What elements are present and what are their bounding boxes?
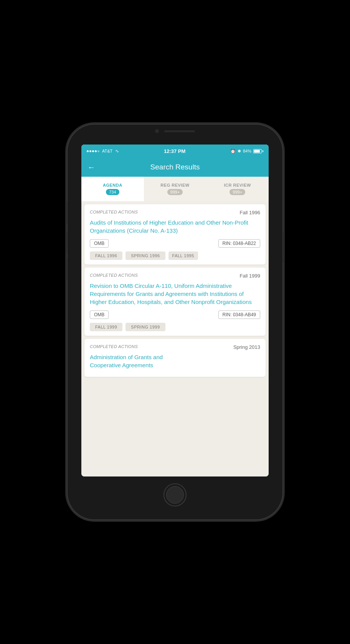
card-1-header: COMPLETED ACTIONS Fall 1996 (90, 210, 260, 215)
result-card-1[interactable]: COMPLETED ACTIONS Fall 1996 Audits of In… (84, 204, 266, 264)
status-time: 12:37 PM (164, 148, 185, 154)
volume-up-button[interactable] (65, 232, 67, 253)
battery-tip (262, 150, 263, 152)
status-bar: AT&T ∿ 12:37 PM ⏰ ✱ 84% (81, 145, 269, 158)
card-1-meta: OMB RIN: 0348-AB22 (90, 239, 260, 248)
status-right: ⏰ ✱ 84% (230, 149, 263, 154)
speaker-bar (164, 130, 195, 132)
card-3-date: Spring 2013 (233, 344, 260, 350)
signal-dot-4 (95, 150, 97, 152)
card-2-meta: OMB RIN: 0348-AB49 (90, 310, 260, 319)
card-2-header: COMPLETED ACTIONS Fall 1999 (90, 273, 260, 279)
signal-dot-1 (87, 150, 89, 152)
phone-top-notch (155, 129, 195, 133)
power-button[interactable] (283, 232, 285, 263)
card-2-date: Fall 1999 (240, 273, 260, 279)
card-2-rin: RIN: 0348-AB49 (218, 310, 260, 319)
card-1-agency: OMB (90, 239, 109, 248)
tab-reg-review-badge: 999+ (167, 189, 183, 195)
card-2-season-2[interactable]: SPRING 1999 (125, 323, 165, 331)
signal-dot-3 (92, 150, 94, 152)
card-2-type: COMPLETED ACTIONS (90, 273, 138, 278)
card-1-season-1[interactable]: FALL 1996 (90, 251, 122, 260)
nav-bar: ← Search Results (81, 158, 269, 177)
battery-fill (254, 150, 260, 153)
card-1-date: Fall 1996 (240, 210, 260, 215)
tab-icr-review[interactable]: ICR REVIEW 999+ (206, 177, 269, 201)
alarm-icon: ⏰ (230, 149, 236, 154)
card-1-title[interactable]: Audits of Institutions of Higher Educati… (90, 219, 260, 235)
card-2-title[interactable]: Revision to OMB Circular A-110, Uniform … (90, 282, 260, 306)
tab-agenda-label: AGENDA (103, 183, 122, 187)
card-3-type: COMPLETED ACTIONS (90, 344, 138, 349)
carrier-label: AT&T (102, 149, 112, 153)
tab-icr-review-label: ICR REVIEW (224, 183, 251, 187)
bluetooth-icon: ✱ (238, 149, 241, 154)
card-1-season-2[interactable]: SPRING 1996 (125, 251, 165, 260)
battery-indicator (253, 149, 263, 153)
card-2-season-1[interactable]: FALL 1999 (90, 323, 122, 331)
card-1-type: COMPLETED ACTIONS (90, 210, 138, 214)
phone-screen: AT&T ∿ 12:37 PM ⏰ ✱ 84% ← Search Results (81, 145, 269, 476)
tab-reg-review[interactable]: REG REVIEW 999+ (144, 177, 206, 201)
phone-frame: AT&T ∿ 12:37 PM ⏰ ✱ 84% ← Search Results (68, 125, 282, 519)
card-2-agency: OMB (90, 310, 109, 319)
tab-reg-review-label: REG REVIEW (160, 183, 189, 187)
signal-strength (87, 150, 99, 152)
signal-dot-5 (97, 150, 99, 152)
tabs-container: AGENDA 734 REG REVIEW 999+ ICR REVIEW 99… (81, 177, 269, 201)
card-1-seasons: FALL 1996 SPRING 1996 FALL 1995 (90, 251, 260, 260)
camera-dot (155, 129, 159, 133)
home-button-inner (166, 486, 184, 504)
page-title: Search Results (100, 163, 250, 171)
battery-percent: 84% (243, 149, 251, 153)
tab-agenda-badge: 734 (106, 189, 119, 195)
battery-body (253, 149, 262, 153)
volume-down-button[interactable] (65, 259, 67, 280)
wifi-icon: ∿ (115, 148, 119, 154)
result-card-2[interactable]: COMPLETED ACTIONS Fall 1999 Revision to … (84, 268, 266, 336)
card-3-title[interactable]: Administration of Grants andCooperative … (90, 353, 260, 369)
card-3-header: COMPLETED ACTIONS Spring 2013 (90, 344, 260, 350)
tab-agenda[interactable]: AGENDA 734 (81, 177, 144, 201)
signal-dot-2 (89, 150, 91, 152)
back-button[interactable]: ← (88, 163, 95, 172)
card-2-seasons: FALL 1999 SPRING 1999 (90, 323, 260, 331)
tab-icr-review-badge: 999+ (229, 189, 245, 195)
status-left: AT&T ∿ (87, 148, 119, 154)
results-list: COMPLETED ACTIONS Fall 1996 Audits of In… (81, 201, 269, 476)
result-card-3[interactable]: COMPLETED ACTIONS Spring 2013 Administra… (84, 339, 266, 377)
home-button[interactable] (163, 483, 187, 506)
card-1-season-3[interactable]: FALL 1995 (168, 251, 198, 260)
card-1-rin: RIN: 0348-AB22 (218, 239, 260, 248)
